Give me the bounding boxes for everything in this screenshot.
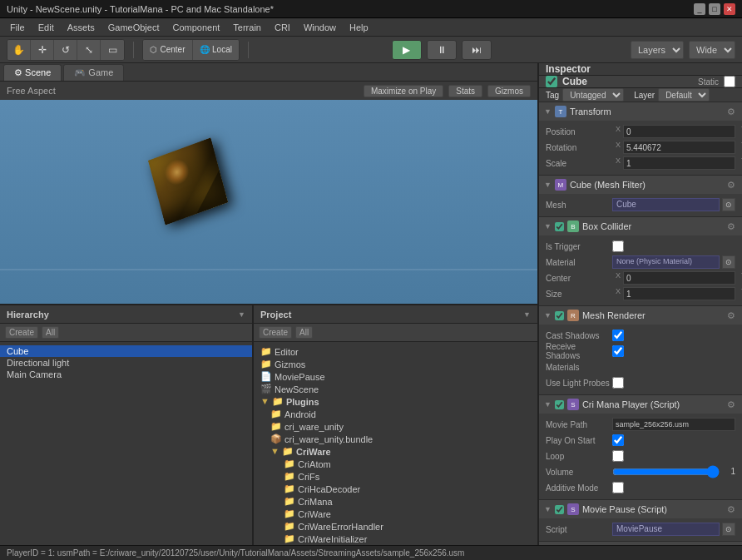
- rect-tool-button[interactable]: ▭: [101, 40, 124, 60]
- transform-content: Position X Y Z Rotation X Y: [539, 121, 742, 175]
- size-x-input[interactable]: [623, 287, 735, 300]
- tree-item-crihcadecoder[interactable]: 📁CriHcaDecoder: [254, 483, 537, 495]
- tree-item-crifs[interactable]: 📁CriFs: [254, 470, 537, 483]
- rot-x-input[interactable]: [623, 141, 735, 154]
- menu-gameobject[interactable]: GameObject: [101, 21, 166, 34]
- mesh-filter-gear-btn[interactable]: ⚙: [725, 180, 737, 191]
- hand-tool-button[interactable]: ✋: [7, 40, 31, 60]
- wide-dropdown[interactable]: Wide: [689, 41, 735, 59]
- component-transform-header[interactable]: ▼ T Transform ⚙: [539, 102, 742, 121]
- transform-label: Transform: [570, 107, 722, 116]
- position-value: X Y Z: [612, 125, 742, 138]
- tree-item-criwareinitializer[interactable]: 📁CriWareInitializer: [254, 533, 537, 545]
- gizmos-btn[interactable]: Gizmos: [487, 85, 531, 97]
- scale-x-input[interactable]: [623, 156, 735, 170]
- layer-dropdown[interactable]: Default: [658, 88, 710, 102]
- stats-btn[interactable]: Stats: [448, 85, 482, 97]
- script-pick-btn[interactable]: ⊙: [722, 523, 735, 536]
- tag-dropdown[interactable]: Untagged: [562, 88, 624, 102]
- menu-cri[interactable]: CRI: [268, 21, 297, 34]
- tree-item-moviepause[interactable]: 📄MoviePause: [254, 370, 537, 383]
- scale-tool-button[interactable]: ⤡: [77, 40, 101, 60]
- tree-item-cri-ware-unity[interactable]: 📁cri_ware_unity: [254, 420, 537, 433]
- volume-slider[interactable]: [612, 467, 720, 477]
- movie-path-label: Movie Path: [546, 420, 612, 429]
- menu-window[interactable]: Window: [297, 21, 343, 34]
- cast-shadows-label: Cast Shadows: [546, 331, 612, 340]
- cube-object[interactable]: [155, 148, 221, 215]
- tree-item-criware2[interactable]: 📁CriWare: [254, 508, 537, 520]
- movie-pause-enabled[interactable]: [555, 505, 564, 514]
- collider-material-pick-btn[interactable]: ⊙: [722, 255, 735, 269]
- tree-item-android[interactable]: 📁Android: [254, 408, 537, 420]
- is-trigger-checkbox[interactable]: [612, 240, 624, 252]
- mesh-filter-header[interactable]: ▼ M Cube (Mesh Filter) ⚙: [539, 176, 742, 194]
- tree-item-criwareerrorhandler[interactable]: 📁CriWareErrorHandler: [254, 520, 537, 533]
- movie-path-input[interactable]: [612, 418, 735, 431]
- menu-edit[interactable]: Edit: [32, 21, 61, 34]
- use-light-probes-row: Use Light Probes: [546, 375, 735, 390]
- mesh-renderer-gear-btn[interactable]: ⚙: [725, 310, 737, 321]
- tree-item-gizmos[interactable]: 📁Gizmos: [254, 358, 537, 370]
- cri-mana-enabled[interactable]: [555, 400, 564, 409]
- pause-button[interactable]: ⏸: [427, 40, 457, 60]
- play-button[interactable]: ▶: [392, 40, 422, 60]
- tab-game[interactable]: 🎮 Game: [63, 64, 124, 81]
- layers-dropdown[interactable]: Layers: [631, 41, 684, 59]
- play-on-start-checkbox[interactable]: [612, 434, 624, 446]
- hierarchy-create-btn[interactable]: Create: [5, 326, 38, 339]
- mesh-value: Cube ⊙: [612, 198, 735, 211]
- tree-item-plugins[interactable]: ▼ 📁Plugins: [254, 395, 537, 408]
- box-collider-gear-btn[interactable]: ⚙: [725, 221, 737, 232]
- world-button[interactable]: 🌐 Local: [193, 40, 239, 60]
- tree-item-newscene[interactable]: 🎬NewScene: [254, 383, 537, 395]
- tree-item-editor[interactable]: 📁Editor: [254, 345, 537, 358]
- cast-shadows-checkbox[interactable]: [612, 330, 624, 341]
- tree-item-criware[interactable]: ▼ 📁CriWare: [254, 445, 537, 458]
- pivot-button[interactable]: ⬡ Center: [143, 40, 193, 60]
- static-checkbox[interactable]: [724, 76, 735, 87]
- project-create-btn[interactable]: Create: [259, 326, 292, 339]
- use-light-probes-checkbox[interactable]: [612, 377, 624, 389]
- cri-mana-gear-btn[interactable]: ⚙: [725, 399, 737, 410]
- loop-checkbox[interactable]: [612, 450, 624, 462]
- project-all-btn[interactable]: All: [295, 326, 313, 339]
- mesh-pick-btn[interactable]: ⊙: [722, 198, 735, 211]
- diffuse-header[interactable]: ▼ Diffuse ⚙: [539, 542, 742, 545]
- step-button[interactable]: ⏭: [462, 40, 492, 60]
- additive-mode-checkbox[interactable]: [612, 482, 624, 493]
- transform-gear-btn[interactable]: ⚙: [725, 107, 737, 117]
- maximize-button[interactable]: □: [709, 3, 720, 15]
- mesh-renderer-header[interactable]: ▼ R Mesh Renderer ⚙: [539, 306, 742, 325]
- box-collider-header[interactable]: ▼ B Box Collider ⚙: [539, 217, 742, 235]
- tab-scene[interactable]: ⚙ Scene: [3, 64, 62, 81]
- close-button[interactable]: ✕: [724, 3, 735, 15]
- minimize-button[interactable]: _: [694, 3, 705, 15]
- menu-component[interactable]: Component: [166, 21, 226, 34]
- mesh-renderer-enabled[interactable]: [555, 311, 564, 320]
- box-collider-enabled[interactable]: [555, 222, 564, 231]
- hierarchy-all-btn[interactable]: All: [42, 326, 59, 339]
- maximize-play-btn[interactable]: Maximize on Play: [364, 85, 443, 97]
- tree-item-crimana[interactable]: 📁CriMana: [254, 495, 537, 508]
- movie-pause-header[interactable]: ▼ S Movie Pause (Script) ⚙: [539, 500, 742, 518]
- menu-file[interactable]: File: [3, 21, 32, 34]
- pos-x-input[interactable]: [623, 125, 735, 138]
- box-collider-label: Box Collider: [582, 221, 722, 231]
- rotate-tool-button[interactable]: ↺: [54, 40, 77, 60]
- object-enabled-checkbox[interactable]: [546, 76, 557, 87]
- move-tool-button[interactable]: ✛: [31, 40, 54, 60]
- hierarchy-item-main-camera[interactable]: Main Camera: [0, 369, 252, 380]
- cri-mana-header[interactable]: ▼ S Cri Mana Player (Script) ⚙: [539, 395, 742, 414]
- hierarchy-item-directional-light[interactable]: Directional light: [0, 357, 252, 369]
- menu-assets[interactable]: Assets: [61, 21, 101, 34]
- tree-item-criatom[interactable]: 📁CriAtom: [254, 458, 537, 470]
- menu-help[interactable]: Help: [343, 21, 375, 34]
- receive-shadows-checkbox[interactable]: [612, 345, 624, 357]
- hierarchy-item-cube[interactable]: Cube: [0, 345, 252, 357]
- bottom-panels: Hierarchy ▼ Create All Cube Directional …: [0, 304, 537, 545]
- tree-item-cri-ware-bundle[interactable]: 📦cri_ware_unity.bundle: [254, 433, 537, 445]
- menu-terrain[interactable]: Terrain: [226, 21, 268, 34]
- center-x-input[interactable]: [623, 271, 735, 285]
- movie-pause-gear-btn[interactable]: ⚙: [725, 504, 737, 515]
